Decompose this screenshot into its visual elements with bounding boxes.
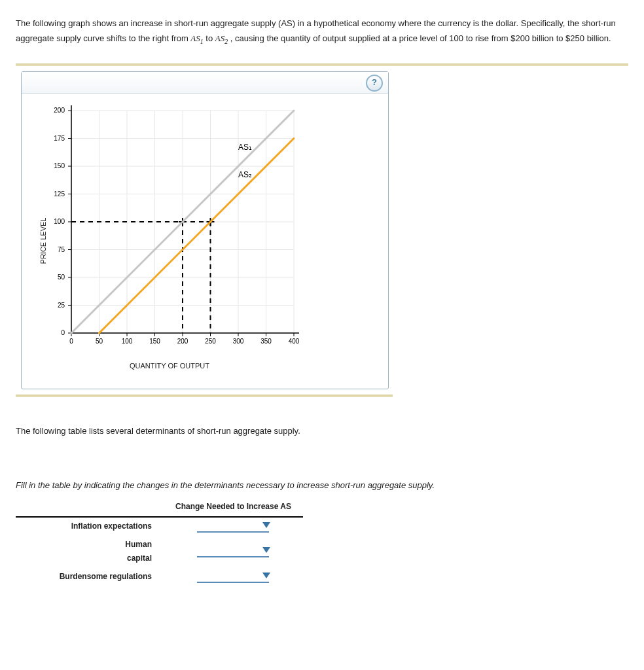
svg-text:50: 50 <box>96 338 103 345</box>
graph-card: ? PRICE LEVEL 05010015020025030035040002… <box>21 71 389 389</box>
change-dropdown-cell <box>164 536 303 568</box>
graph-body: PRICE LEVEL 0501001502002503003504000255… <box>22 94 388 389</box>
q-text-b: to <box>206 33 215 43</box>
change-dropdown-cell <box>164 517 303 536</box>
as1-label: AS1 <box>190 33 203 43</box>
determinant-label: Humancapital <box>16 536 164 568</box>
chart-svg: 0501001502002503003504000255075100125150… <box>32 104 307 353</box>
help-button[interactable]: ? <box>366 75 383 92</box>
table-instruction: Fill in the table by indicating the chan… <box>16 478 628 493</box>
svg-text:50: 50 <box>58 273 65 281</box>
series-label: AS₂ <box>238 170 252 179</box>
svg-text:250: 250 <box>205 338 216 345</box>
x-axis-label: QUANTITY OF OUTPUT <box>32 360 307 373</box>
svg-text:75: 75 <box>58 245 65 253</box>
change-dropdown[interactable] <box>197 546 269 557</box>
svg-text:0: 0 <box>69 338 73 345</box>
y-axis-label: PRICE LEVEL <box>37 218 50 264</box>
section-divider-top <box>16 63 628 66</box>
change-dropdown-cell <box>164 568 303 586</box>
series-label: AS₁ <box>238 142 252 151</box>
q-text-c: , causing the quantity of output supplie… <box>230 33 611 43</box>
svg-text:175: 175 <box>54 134 65 141</box>
svg-text:0: 0 <box>61 329 65 336</box>
change-dropdown[interactable] <box>197 521 269 533</box>
svg-text:150: 150 <box>149 338 160 345</box>
svg-text:350: 350 <box>260 338 272 345</box>
svg-text:150: 150 <box>54 162 65 169</box>
table-intro: The following table lists several determ… <box>16 423 628 438</box>
svg-text:125: 125 <box>54 190 65 197</box>
svg-text:200: 200 <box>54 107 65 114</box>
section-divider-bottom <box>16 395 393 397</box>
as2-label: AS2 <box>215 33 228 43</box>
change-dropdown[interactable] <box>197 571 269 583</box>
svg-text:100: 100 <box>122 338 133 345</box>
graph-toolbar: ? <box>22 72 388 94</box>
svg-text:25: 25 <box>58 301 65 308</box>
svg-text:100: 100 <box>54 218 65 225</box>
determinant-label: Burdensome regulations <box>16 568 164 586</box>
svg-text:400: 400 <box>289 338 300 345</box>
question-paragraph: The following graph shows an increase in… <box>16 16 628 48</box>
determinants-table: Change Needed to Increase AS Inflation e… <box>16 497 303 586</box>
svg-text:300: 300 <box>233 338 244 345</box>
determinant-label: Inflation expectations <box>16 517 164 536</box>
svg-text:200: 200 <box>177 338 188 345</box>
col-change-header: Change Needed to Increase AS <box>164 497 303 518</box>
